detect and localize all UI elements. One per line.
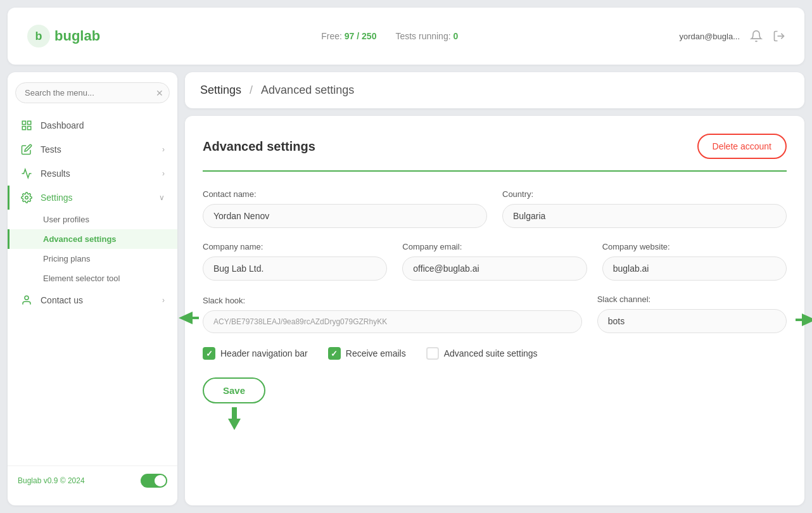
header-nav-checkbox[interactable] [203,347,215,360]
svg-rect-4 [28,121,31,124]
slack-channel-input[interactable] [597,309,787,333]
company-website-input[interactable] [602,256,787,281]
logo-text: buglab [54,28,100,44]
svg-rect-6 [28,127,31,130]
top-header: b buglab Free: 97 / 250 Tests running: 0… [8,8,804,65]
checkbox-header-nav[interactable]: Header navigation bar [203,347,308,360]
sidebar-item-results[interactable]: Results › [8,162,177,186]
settings-icon [20,192,33,203]
form-row-2: Company name: Company email: Company web… [203,242,787,281]
dashboard-icon [20,120,33,131]
sidebar-footer: Buglab v0.9 © 2024 [8,466,177,495]
company-website-group: Company website: [602,242,787,281]
sidebar-item-contact[interactable]: Contact us › [8,288,177,312]
svg-marker-9 [179,312,199,324]
slack-hook-input[interactable] [203,310,582,333]
left-arrow-decoration [179,310,199,326]
notifications-button[interactable] [750,30,763,42]
company-name-label: Company name: [203,242,387,251]
form-row-3: Slack hook: Slack channel: [203,294,787,333]
theme-toggle[interactable] [141,474,167,488]
main-layout: ✕ Dashboard Tests › [0,72,812,513]
company-name-input[interactable] [203,256,387,281]
svg-marker-11 [228,407,241,430]
emails-checkbox[interactable] [328,347,341,360]
contact-name-group: Contact name: [203,189,487,228]
sidebar: ✕ Dashboard Tests › [8,72,177,505]
sidebar-item-dashboard[interactable]: Dashboard [8,113,177,137]
sidebar-item-tests[interactable]: Tests › [8,137,177,162]
svg-marker-10 [796,314,812,326]
tests-icon [20,144,33,155]
emails-label: Receive emails [346,348,406,358]
logout-button[interactable] [773,30,785,42]
sidebar-item-contact-label: Contact us [41,295,155,305]
settings-header: Advanced settings Delete account [203,134,787,172]
svg-rect-5 [22,127,25,130]
sidebar-item-tests-label: Tests [41,144,155,155]
save-area: Save [203,377,265,403]
country-group: Country: [502,189,787,228]
header-nav-label: Header navigation bar [220,348,308,358]
contact-name-label: Contact name: [203,189,487,199]
breadcrumb-sep: / [250,84,253,96]
svg-text:b: b [35,30,42,42]
right-arrow-decoration [796,312,812,327]
svg-point-7 [25,196,29,200]
breadcrumb-bar: Settings / Advanced settings [185,72,804,108]
logo: b buglab [27,24,100,48]
search-box: ✕ [15,82,170,103]
company-website-label: Company website: [602,242,787,251]
delete-account-button[interactable]: Delete account [697,134,787,159]
company-email-group: Company email: [402,242,587,281]
settings-chevron-icon: ∨ [159,193,165,202]
breadcrumb: Settings / Advanced settings [200,84,789,97]
company-email-label: Company email: [402,242,587,251]
header-right: yordan@bugla... [679,30,785,42]
contact-icon [20,294,33,306]
settings-submenu: User profiles Advanced settings Pricing … [8,210,177,288]
checkbox-advanced-suite[interactable]: Advanced suite settings [426,347,538,360]
search-input[interactable] [15,82,170,103]
search-clear-button[interactable]: ✕ [156,88,163,98]
version-label: Buglab v0.9 © 2024 [18,476,85,485]
sidebar-item-pricing-plans[interactable]: Pricing plans [8,249,177,269]
breadcrumb-root: Settings [200,84,241,96]
user-email: yordan@bugla... [679,32,740,41]
checkbox-receive-emails[interactable]: Receive emails [328,347,406,360]
toggle-knob [155,475,166,486]
sidebar-item-settings[interactable]: Settings ∨ [8,186,177,210]
advanced-suite-checkbox[interactable] [426,347,439,360]
contact-chevron-icon: › [162,296,165,305]
tests-stat: Tests running: 0 [395,31,458,41]
company-email-input[interactable] [402,256,587,281]
results-chevron-icon: › [162,169,165,178]
free-stat: Free: 97 / 250 [321,31,376,41]
sidebar-item-advanced-settings[interactable]: Advanced settings [8,229,177,249]
country-input[interactable] [502,204,787,228]
contact-name-input[interactable] [203,204,487,228]
svg-rect-3 [22,121,25,124]
sidebar-item-settings-label: Settings [41,193,151,203]
header-center: Free: 97 / 250 Tests running: 0 [100,31,679,41]
advanced-suite-label: Advanced suite settings [444,348,538,358]
sidebar-item-element-selector[interactable]: Element selector tool [8,269,177,288]
sidebar-item-dashboard-label: Dashboard [41,120,165,130]
form-row-1: Contact name: Country: [203,189,787,228]
main-content: Settings / Advanced settings Advanced se… [185,72,804,505]
svg-point-8 [25,296,29,300]
logout-icon [773,30,785,42]
results-icon [20,168,33,179]
save-button[interactable]: Save [203,377,265,403]
company-name-group: Company name: [203,242,387,281]
save-arrow-decoration [227,407,242,430]
slack-hook-group: Slack hook: [203,296,582,333]
settings-title: Advanced settings [203,139,315,154]
slack-hook-label: Slack hook: [203,296,582,305]
slack-channel-label: Slack channel: [597,294,787,304]
bell-icon [750,30,763,42]
country-label: Country: [502,189,787,199]
sidebar-item-user-profiles[interactable]: User profiles [8,210,177,229]
slack-channel-group: Slack channel: [597,294,787,333]
tests-chevron-icon: › [162,145,165,154]
